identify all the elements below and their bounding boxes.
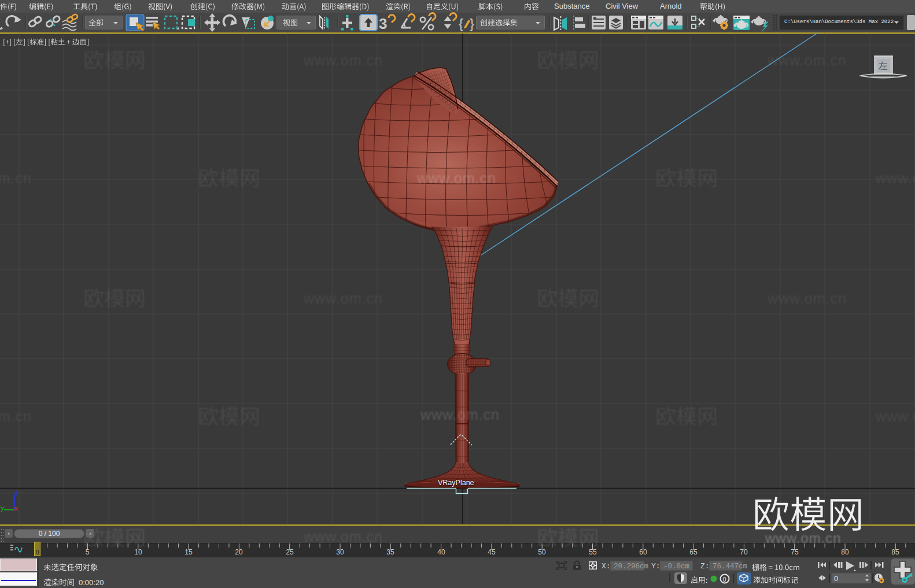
svg-text:-0.0cm: -0.0cm bbox=[663, 563, 689, 571]
svg-text:76.447cm: 76.447cm bbox=[713, 563, 747, 571]
svg-text:{: { bbox=[459, 16, 463, 31]
svg-text:Z:: Z: bbox=[700, 562, 710, 571]
svg-text:0: 0 bbox=[723, 576, 726, 583]
svg-text:3: 3 bbox=[379, 15, 387, 32]
svg-text:20.296cm: 20.296cm bbox=[614, 563, 648, 571]
svg-text:}: } bbox=[470, 16, 474, 31]
svg-text:0: 0 bbox=[834, 575, 838, 583]
svg-text:X:: X: bbox=[602, 562, 611, 571]
svg-text:Y:: Y: bbox=[651, 562, 661, 571]
